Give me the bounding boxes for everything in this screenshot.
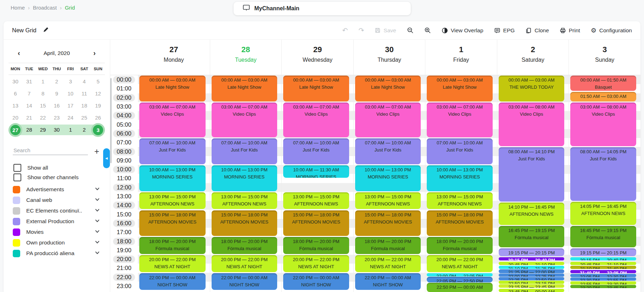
edit-pencil-icon[interactable] [43,27,49,34]
calendar-day[interactable]: 29 [36,125,50,135]
event-block[interactable]: 13:00 PM — 15:00 PMAFTERNOON NEWS [355,192,421,209]
calendar-day[interactable]: 31 [22,76,36,87]
event-block[interactable]: 00:00 AM — 03:00 AMLate Night Show [139,76,206,101]
event-block[interactable]: 22:05 PM — 22:30 PM [570,274,636,277]
event-block[interactable]: 13:00 PM — 15:00 PMAFTERNOON NEWS [139,192,206,209]
event-block[interactable]: 01:50 AM — 03:00 AMUNS [570,92,636,101]
calendar-day[interactable]: 7 [22,88,36,99]
event-block[interactable]: 18:00 PM — 20:00 PMFórmula musical [139,237,206,254]
event-block[interactable]: 00:00 AM — 01:50 AMBàsquet [570,76,636,91]
chevron-down-icon[interactable] [95,239,100,246]
calendar-day[interactable]: 28 [22,125,36,135]
calendar-day[interactable]: 4 [77,76,91,87]
event-block[interactable]: 22:00 PM — 22:05 PM [427,273,493,276]
event-block[interactable]: 22:25 PM — 22:50 PM [499,277,565,280]
event-block[interactable]: 15:00 PM — 18:00 PMAFTERNOON MOVIES [355,210,421,236]
chevron-down-icon[interactable] [95,186,100,193]
event-block[interactable]: 20:00 PM — 22:00 PMNEWS AT NIGHT [283,255,349,272]
calendar-prev-button[interactable]: ‹ [16,49,22,57]
event-block[interactable]: 20:00 PM — 22:00 PMNEWS AT NIGHT [427,255,493,272]
event-block[interactable]: 03:00 AM — 07:00 AMVideo Clips [355,103,421,137]
category-row[interactable]: Own production [4,237,110,248]
calendar-day[interactable]: 10 [63,88,77,99]
event-block[interactable]: 07:00 AM — 10:00 AMJust For Kids [212,138,278,164]
event-block[interactable]: 22:00 PM — 00:00 AMNIGHT SHOW [355,273,421,290]
breadcrumb-broadcast[interactable]: Broadcast [33,5,57,11]
event-block[interactable]: 22:50 PM — 23:15 PM [499,281,565,284]
calendar-day[interactable]: 24 [63,112,77,123]
search-input[interactable] [13,146,88,155]
sidebar-collapse-tab[interactable]: ◀ [103,148,110,168]
event-block[interactable]: 07:00 AM — 10:00 AMJust For Kids [355,138,421,164]
calendar-day[interactable]: 30 [50,125,64,135]
chevron-down-icon[interactable] [95,197,100,204]
event-block[interactable]: 20:00 PM — 22:00 PMNEWS AT NIGHT [139,255,206,272]
calendar-day[interactable]: 23 [50,112,64,123]
calendar-day[interactable]: 2 [77,125,91,135]
event-block[interactable]: 08:00 AM — 14:10 PMJust For Kids [499,147,565,202]
calendar-day[interactable]: 14 [22,100,36,111]
event-block[interactable]: 10:00 AM — 13:00 PMMORNING SERIES [427,165,493,191]
event-block[interactable]: 14:05 PM — 16:45 PMAFTERNOON NEWS [570,202,636,225]
undo-button[interactable]: ↶ [342,27,348,34]
calendar-day[interactable]: 6 [9,88,22,99]
chevron-down-icon[interactable] [95,218,100,225]
event-block[interactable]: 18:00 PM — 20:00 PMFórmula musical [355,237,421,254]
category-row[interactable]: EC Elements continuï.. [4,205,110,216]
event-block[interactable]: 20:15 PM — 20:40 PM [499,257,565,260]
calendar-day[interactable]: 30 [9,76,22,87]
chevron-down-icon[interactable] [95,229,100,236]
calendar-next-button[interactable]: › [91,49,98,57]
calendar-day[interactable]: 18 [77,100,91,111]
event-block[interactable]: 10:00 AM — 13:00 PMMORNING SERIES [212,165,278,191]
event-block[interactable]: 15:00 PM — 18:00 PMAFTERNOON MOVIES [427,210,493,236]
chevron-down-icon[interactable] [95,250,100,257]
event-block[interactable]: 19:15 PM — 20:15 PM [499,248,565,256]
category-row[interactable]: Advertisements [4,184,110,195]
event-block[interactable]: 20:45 PM — 21:10 PM [499,262,565,265]
event-block[interactable]: 22:05 PM — 22:50 PM [427,277,493,282]
event-block[interactable]: 21:25 PM — 22:00 PM [499,269,565,274]
breadcrumb-grid[interactable]: Grid [65,5,75,11]
event-block[interactable]: 21:10 PM — 21:40 PM [570,266,636,269]
checkbox[interactable] [13,164,21,172]
calendar-day[interactable]: 3 [93,125,103,135]
category-row[interactable]: PA producció aliena [4,248,110,259]
event-block[interactable]: 18:00 PM — 20:00 PMFórmula musical [212,237,278,254]
checkbox[interactable] [13,173,21,181]
calendar-day[interactable]: 5 [91,76,105,87]
filter-row[interactable]: Show all [4,163,110,172]
breadcrumb-home[interactable]: Home [11,5,25,11]
configuration-button[interactable]: ⚙ Configuration [591,27,632,34]
channel-selector[interactable]: MyChannel-Main [234,2,411,15]
redo-button[interactable]: ↷ [358,27,364,34]
calendar-day[interactable]: 9 [50,88,64,99]
event-block[interactable]: 13:00 PM — 15:00 PMAFTERNOON NEWS [283,192,349,209]
event-block[interactable]: 14:10 PM — 16:45 PMAFTERNOON NEWS [499,203,565,225]
event-block[interactable]: 00:00 AM — 03:00 AMTHE WORLD TODAY [499,76,565,101]
event-block[interactable]: 15:00 PM — 18:00 PMAFTERNOON MOVIES [212,210,278,236]
calendar-day[interactable]: 16 [50,100,64,111]
event-block[interactable]: 23:20 PM — 23:45 PM [570,285,636,288]
event-block[interactable]: 23:15 PM — 23:45 PM [499,284,565,288]
event-block[interactable]: 00:00 AM — 03:00 AMLate Night Show [427,76,493,101]
clone-button[interactable]: Clone [525,27,549,34]
calendar-day[interactable]: 21 [22,112,36,123]
event-block[interactable]: 22:00 PM — 00:00 AMNIGHT SHOW [283,273,349,290]
zoom-in-button[interactable] [424,27,431,34]
event-block[interactable]: 20:00 PM — 22:00 PMNEWS AT NIGHT [355,255,421,272]
chevron-down-icon[interactable] [95,208,100,214]
view-overlap-button[interactable]: View Overlap [442,27,483,34]
calendar-day[interactable]: 25 [77,112,91,123]
calendar-day[interactable]: 19 [91,100,105,111]
event-block[interactable]: 10:00 AM — 11:30 AMMORNING SERIES [283,165,349,178]
event-block[interactable]: 22:00 PM — 22:25 PM [499,274,565,277]
event-block[interactable]: 22:55 PM — 23:20 PM [570,281,636,285]
calendar-day[interactable]: 13 [9,100,22,111]
event-block[interactable]: 00:00 AM — 03:00 AMLate Night Show [283,76,349,101]
event-block[interactable]: 21:40 PM — 22:05 PM [570,270,636,273]
event-block[interactable]: 15:00 PM — 18:00 PMAFTERNOON MOVIES [139,210,206,236]
event-block[interactable]: 16:45 PM — 19:15 PMFórmula musical [570,226,636,247]
epg-button[interactable]: EPG [494,27,515,34]
event-block[interactable]: 13:00 PM — 15:00 PMAFTERNOON NEWS [427,192,493,209]
